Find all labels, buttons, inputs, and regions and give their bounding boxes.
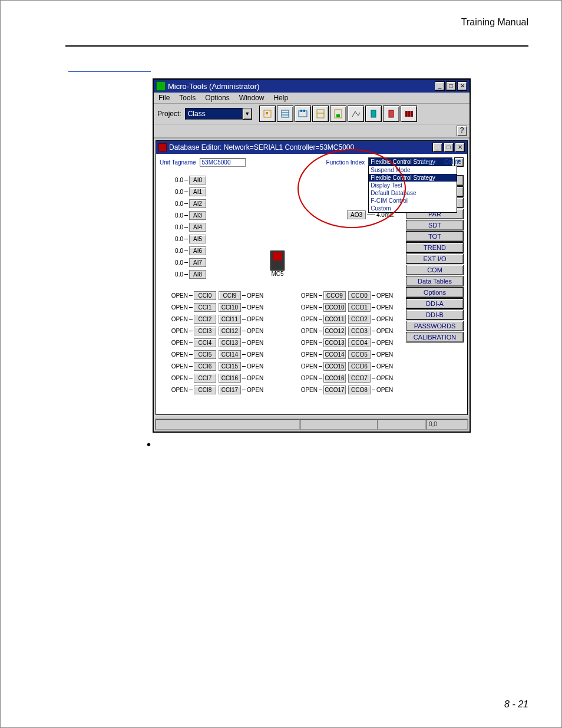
child-maximize-button[interactable]: □	[444, 143, 454, 152]
io-tag[interactable]: CCI17	[219, 386, 241, 394]
io-tag[interactable]: CCI3	[194, 327, 216, 335]
help-icon[interactable]: ?	[457, 126, 467, 136]
menu-window[interactable]: Window	[239, 94, 265, 102]
function-index-option[interactable]: Suspend Mode	[369, 166, 457, 174]
ai-tag[interactable]: AI1	[189, 187, 206, 196]
child-minimize-button[interactable]: _	[432, 143, 442, 152]
io-tag[interactable]: CCI8	[194, 386, 216, 394]
svg-rect-12	[371, 110, 376, 117]
svg-rect-7	[303, 110, 305, 112]
io-tag[interactable]: CCO5	[348, 350, 371, 359]
io-tag[interactable]: CCO11	[323, 315, 346, 324]
io-tag[interactable]: CCO16	[323, 374, 346, 383]
doc-header: Training Manual	[461, 17, 528, 28]
io-tag[interactable]: CCI9	[219, 291, 241, 300]
sidebar-button[interactable]: SDT	[406, 220, 464, 230]
function-index-option[interactable]: F-CIM Control	[369, 197, 457, 205]
ai-tag[interactable]: AI5	[189, 235, 206, 243]
toolbar-btn-3[interactable]	[295, 106, 311, 122]
menu-options[interactable]: Options	[205, 94, 229, 102]
io-tag[interactable]: CCI0	[194, 291, 216, 300]
io-state: OPEN	[292, 363, 318, 370]
toolbar-btn-2[interactable]	[277, 106, 293, 122]
controller-icon[interactable]: MC5	[270, 251, 285, 277]
sidebar-button[interactable]: TOT	[406, 231, 464, 242]
toolbar-btn-4[interactable]	[312, 106, 329, 122]
io-tag[interactable]: CCI16	[219, 374, 241, 383]
io-tag[interactable]: CCO7	[348, 374, 371, 383]
sidebar-button[interactable]: DDI-B	[406, 309, 464, 320]
sidebar-button[interactable]: PASSWORDS	[406, 321, 464, 331]
menu-help[interactable]: Help	[273, 94, 288, 102]
io-tag[interactable]: CCO4	[348, 338, 371, 347]
io-tag[interactable]: CCO14	[323, 350, 346, 359]
io-tag[interactable]: CCI1	[194, 303, 216, 312]
io-tag[interactable]: CCO13	[323, 338, 346, 347]
io-tag[interactable]: CCO8	[348, 386, 371, 394]
io-tag[interactable]: CCI15	[219, 362, 241, 371]
sidebar-button[interactable]: Options	[406, 287, 464, 298]
io-tag[interactable]: CCO2	[348, 315, 371, 324]
ai-value: 0.0	[163, 212, 183, 219]
io-tag[interactable]: CCI6	[194, 362, 216, 371]
io-tag[interactable]: CCI13	[219, 338, 241, 347]
io-tag[interactable]: CCO9	[323, 291, 346, 300]
io-tag[interactable]: CCO12	[323, 327, 346, 335]
io-tag[interactable]: CCI5	[194, 350, 216, 359]
function-index-option[interactable]: Custom	[369, 205, 457, 212]
project-select[interactable]: Class	[185, 108, 243, 120]
io-tag[interactable]: CCO1	[348, 303, 371, 312]
menu-tools[interactable]: Tools	[179, 94, 196, 102]
menu-file[interactable]: File	[158, 94, 170, 102]
toolbar-btn-8[interactable]	[383, 106, 399, 122]
minimize-button[interactable]: _	[435, 81, 445, 91]
io-tag[interactable]: CCI14	[219, 350, 241, 359]
toolbar-btn-1[interactable]	[259, 106, 276, 122]
io-tag[interactable]: CCO17	[323, 386, 346, 394]
ai-tag[interactable]: AI2	[189, 199, 206, 208]
sidebar-button[interactable]: Data Tables	[406, 276, 464, 286]
io-tag[interactable]: CCI12	[219, 327, 241, 335]
ao-tag[interactable]: AO3	[347, 210, 366, 219]
toolbar-btn-7[interactable]	[365, 106, 382, 122]
ai-tag[interactable]: AI6	[189, 246, 206, 255]
toolbar-btn-6[interactable]	[348, 106, 364, 122]
io-tag[interactable]: CCO6	[348, 362, 371, 371]
io-tag[interactable]: CCI10	[219, 303, 241, 312]
child-close-button[interactable]: ✕	[455, 143, 465, 152]
function-index-list[interactable]: Suspend ModeFlexible Control StrategyDis…	[368, 166, 457, 213]
ai-value: 0.0	[163, 259, 183, 266]
ai-tag[interactable]: AI3	[189, 211, 206, 220]
toolbar-btn-5[interactable]	[330, 106, 346, 122]
sidebar-button[interactable]: TREND	[406, 242, 464, 253]
function-index-option[interactable]: Default Database	[369, 189, 457, 197]
project-dropdown-button[interactable]: ▼	[243, 108, 252, 120]
maximize-button[interactable]: □	[446, 81, 456, 91]
toolbar-btn-9[interactable]	[401, 106, 417, 122]
sidebar-button[interactable]: EXT I/O	[406, 253, 464, 264]
ai-tag[interactable]: AI0	[189, 176, 206, 185]
sidebar-button[interactable]: COM	[406, 265, 464, 275]
io-tag[interactable]: CCO15	[323, 362, 346, 371]
io-tag[interactable]: CCI2	[194, 315, 216, 324]
io-tag[interactable]: CCI7	[194, 374, 216, 383]
io-tag[interactable]: CCI11	[219, 315, 241, 324]
ai-tag[interactable]: AI7	[189, 258, 206, 267]
hint-bar: ?	[154, 124, 470, 139]
close-button[interactable]: ✕	[457, 81, 467, 91]
unit-tag-input[interactable]: 53MC5000	[200, 158, 246, 167]
function-index-option[interactable]: Display Test	[369, 182, 457, 189]
ai-tag[interactable]: AI8	[189, 270, 206, 279]
io-tag[interactable]: CCI4	[194, 338, 216, 347]
ai-column: 0.0AI00.0AI10.0AI20.0AI30.0AI40.0AI50.0A…	[163, 174, 206, 280]
ai-tag[interactable]: AI4	[189, 223, 206, 232]
app-icon	[156, 81, 166, 91]
header-rule	[65, 45, 528, 47]
io-tag[interactable]: CCO10	[323, 303, 346, 312]
io-tag[interactable]: CCO3	[348, 327, 371, 335]
io-tag[interactable]: CCO0	[348, 291, 371, 300]
status-cell-1	[156, 419, 300, 430]
sidebar-button[interactable]: DDI-A	[406, 298, 464, 309]
function-index-option[interactable]: Flexible Control Strategy	[369, 174, 457, 182]
sidebar-button[interactable]: CALIBRATION	[406, 332, 464, 342]
